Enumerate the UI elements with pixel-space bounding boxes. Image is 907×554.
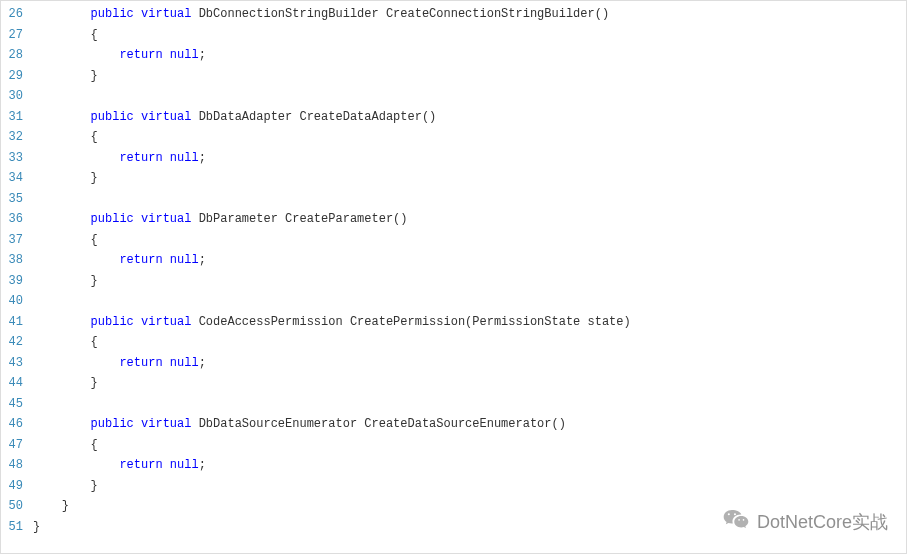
code-content[interactable]: } <box>33 69 98 83</box>
line-number: 29 <box>1 69 33 83</box>
code-line[interactable]: 44 } <box>1 373 906 394</box>
code-line[interactable]: 31 public virtual DbDataAdapter CreateDa… <box>1 107 906 128</box>
code-content[interactable]: public virtual DbConnectionStringBuilder… <box>33 7 609 21</box>
line-number: 38 <box>1 253 33 267</box>
code-line[interactable]: 47 { <box>1 435 906 456</box>
line-number: 26 <box>1 7 33 21</box>
code-content[interactable]: { <box>33 28 98 42</box>
code-content[interactable]: { <box>33 233 98 247</box>
code-content[interactable]: return null; <box>33 48 206 62</box>
code-line[interactable]: 33 return null; <box>1 148 906 169</box>
code-line[interactable]: 43 return null; <box>1 353 906 374</box>
code-line[interactable]: 29 } <box>1 66 906 87</box>
code-content[interactable]: } <box>33 479 98 493</box>
code-line[interactable]: 28 return null; <box>1 45 906 66</box>
code-line[interactable]: 41 public virtual CodeAccessPermission C… <box>1 312 906 333</box>
code-content[interactable]: public virtual CodeAccessPermission Crea… <box>33 315 631 329</box>
code-line[interactable]: 48 return null; <box>1 455 906 476</box>
watermark: DotNetCore实战 <box>723 508 888 535</box>
line-number: 39 <box>1 274 33 288</box>
code-content[interactable]: } <box>33 376 98 390</box>
line-number: 51 <box>1 520 33 534</box>
line-number: 33 <box>1 151 33 165</box>
code-line[interactable]: 27 { <box>1 25 906 46</box>
code-content[interactable]: public virtual DbDataAdapter CreateDataA… <box>33 110 436 124</box>
code-content[interactable]: return null; <box>33 458 206 472</box>
code-line[interactable]: 40 <box>1 291 906 312</box>
code-line[interactable]: 45 <box>1 394 906 415</box>
code-content[interactable]: { <box>33 335 98 349</box>
code-line[interactable]: 26 public virtual DbConnectionStringBuil… <box>1 4 906 25</box>
line-number: 49 <box>1 479 33 493</box>
code-content[interactable]: } <box>33 171 98 185</box>
code-content[interactable]: } <box>33 274 98 288</box>
code-line[interactable]: 34 } <box>1 168 906 189</box>
line-number: 28 <box>1 48 33 62</box>
line-number: 50 <box>1 499 33 513</box>
code-content[interactable]: return null; <box>33 356 206 370</box>
code-line[interactable]: 32 { <box>1 127 906 148</box>
line-number: 46 <box>1 417 33 431</box>
code-content[interactable]: public virtual DbParameter CreateParamet… <box>33 212 408 226</box>
line-number: 41 <box>1 315 33 329</box>
line-number: 48 <box>1 458 33 472</box>
code-line[interactable]: 35 <box>1 189 906 210</box>
code-content[interactable]: return null; <box>33 151 206 165</box>
code-content[interactable]: } <box>33 499 69 513</box>
line-number: 47 <box>1 438 33 452</box>
code-line[interactable]: 37 { <box>1 230 906 251</box>
watermark-text: DotNetCore实战 <box>757 510 888 534</box>
line-number: 32 <box>1 130 33 144</box>
line-number: 36 <box>1 212 33 226</box>
line-number: 40 <box>1 294 33 308</box>
code-line[interactable]: 38 return null; <box>1 250 906 271</box>
line-number: 34 <box>1 171 33 185</box>
code-line[interactable]: 39 } <box>1 271 906 292</box>
line-number: 43 <box>1 356 33 370</box>
code-content[interactable]: public virtual DbDataSourceEnumerator Cr… <box>33 417 566 431</box>
code-content[interactable]: return null; <box>33 253 206 267</box>
line-number: 35 <box>1 192 33 206</box>
code-line[interactable]: 30 <box>1 86 906 107</box>
line-number: 27 <box>1 28 33 42</box>
line-number: 45 <box>1 397 33 411</box>
wechat-icon <box>723 508 749 535</box>
line-number: 30 <box>1 89 33 103</box>
code-editor[interactable]: 26 public virtual DbConnectionStringBuil… <box>1 1 906 537</box>
code-content[interactable]: { <box>33 130 98 144</box>
code-content[interactable]: { <box>33 438 98 452</box>
code-line[interactable]: 49 } <box>1 476 906 497</box>
code-line[interactable]: 36 public virtual DbParameter CreatePara… <box>1 209 906 230</box>
code-line[interactable]: 42 { <box>1 332 906 353</box>
code-line[interactable]: 46 public virtual DbDataSourceEnumerator… <box>1 414 906 435</box>
line-number: 42 <box>1 335 33 349</box>
line-number: 37 <box>1 233 33 247</box>
code-content[interactable]: } <box>33 520 40 534</box>
line-number: 31 <box>1 110 33 124</box>
line-number: 44 <box>1 376 33 390</box>
